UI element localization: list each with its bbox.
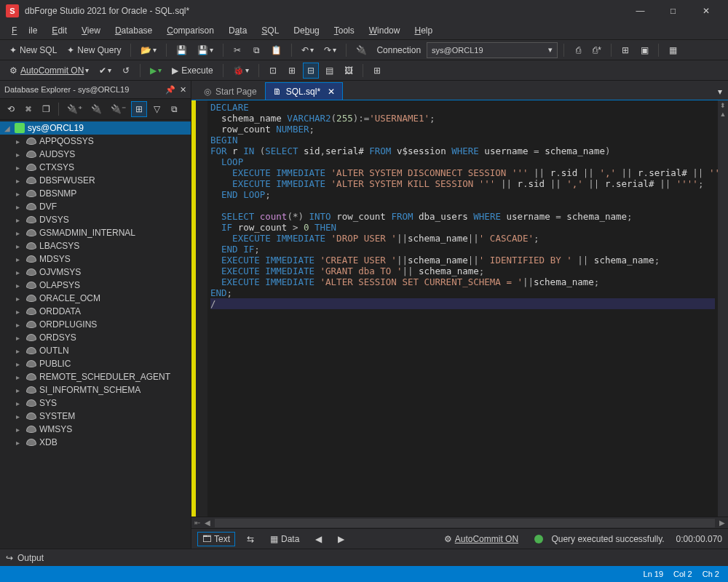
- tree-node[interactable]: ▸SYSTEM: [0, 410, 191, 423]
- menu-comparison[interactable]: Comparison: [161, 23, 220, 38]
- menu-sql[interactable]: SQL: [256, 23, 285, 38]
- commit-button[interactable]: ✔▾: [95, 63, 115, 79]
- tree-node[interactable]: ▸ORDSYS: [0, 331, 191, 344]
- save-button[interactable]: 💾: [173, 42, 191, 58]
- menu-help[interactable]: Help: [408, 23, 438, 38]
- tree-node[interactable]: ▸LBACSYS: [0, 239, 191, 252]
- tree-node[interactable]: ▸DBSFWUSER: [0, 174, 191, 187]
- tree-node[interactable]: ▸ORACLE_OCM: [0, 292, 191, 305]
- execute-button[interactable]: ▶▾: [146, 63, 165, 79]
- filter-icon[interactable]: ▽: [149, 101, 165, 117]
- open-button[interactable]: 📂▾: [137, 42, 160, 58]
- plug-icon[interactable]: 🔌: [87, 101, 106, 117]
- tree-node[interactable]: ▸OLAPSYS: [0, 279, 191, 292]
- scroll-left-icon[interactable]: ◀: [205, 519, 210, 527]
- new-query-button[interactable]: ✦ New Query: [63, 42, 124, 58]
- delete-icon[interactable]: ✖: [20, 101, 36, 117]
- scroll-up-icon[interactable]: ▲: [720, 111, 727, 118]
- paste-button[interactable]: 📋: [267, 42, 285, 58]
- output-tab[interactable]: ↪ Output: [0, 549, 728, 566]
- tab-sql[interactable]: 🗎 SQL.sql*✕: [265, 82, 343, 100]
- tab-close-icon[interactable]: ✕: [328, 87, 335, 97]
- plug-remove-icon[interactable]: 🔌⁻: [107, 101, 130, 117]
- maximize-button[interactable]: □: [657, 0, 689, 22]
- tree-node[interactable]: ▸OUTLN: [0, 344, 191, 357]
- tree-root[interactable]: ◢ sys@ORCL19: [0, 121, 191, 135]
- tree-node[interactable]: ▸PUBLIC: [0, 357, 191, 370]
- tree-node[interactable]: ▸WMSYS: [0, 423, 191, 436]
- tree-node[interactable]: ▸DVF: [0, 200, 191, 213]
- undo-button[interactable]: ↶▾: [298, 42, 317, 58]
- execute-label-button[interactable]: ▶ Execute: [168, 63, 216, 79]
- tb2-icon-1[interactable]: ⊡: [265, 63, 281, 79]
- menu-window[interactable]: Window: [363, 23, 406, 38]
- scroll-right-icon[interactable]: ▶: [719, 519, 725, 527]
- tab-start-page[interactable]: ◎ Start Page: [196, 82, 265, 100]
- tb2-icon-2[interactable]: ⊞: [284, 63, 300, 79]
- tb2-icon-6[interactable]: ⊞: [369, 63, 385, 79]
- tree-node[interactable]: ▸AUDSYS: [0, 148, 191, 161]
- result-next-icon[interactable]: ▶: [333, 533, 349, 546]
- tree-node[interactable]: ▸REMOTE_SCHEDULER_AGENT: [0, 370, 191, 383]
- tree-node[interactable]: ▸DVSYS: [0, 213, 191, 226]
- result-autocommit[interactable]: ⚙ AutoCommit ON: [440, 533, 523, 546]
- tree-node[interactable]: ▸XDB: [0, 436, 191, 449]
- connection-dropdown[interactable]: sys@ORCL19▾: [427, 42, 558, 58]
- tree-node[interactable]: ▸MDSYS: [0, 252, 191, 266]
- menu-edit[interactable]: Edit: [46, 23, 73, 38]
- tb-icon-3[interactable]: ⊞: [617, 42, 633, 58]
- copy-button[interactable]: ⧉: [248, 42, 264, 58]
- tb-icon-2[interactable]: ⎙*: [589, 42, 605, 58]
- split-up-icon[interactable]: ⬍: [720, 102, 726, 109]
- rollback-button[interactable]: ↺: [118, 63, 134, 79]
- tree-node[interactable]: ▸DBSNMP: [0, 187, 191, 200]
- plug-add-icon[interactable]: 🔌⁺: [63, 101, 86, 117]
- tree-node[interactable]: ▸SI_INFORMTN_SCHEMA: [0, 383, 191, 396]
- tb-icon-5[interactable]: ▦: [665, 42, 681, 58]
- tree-node[interactable]: ▸ORDPLUGINS: [0, 318, 191, 331]
- menu-data[interactable]: Data: [223, 23, 253, 38]
- explorer-tree[interactable]: ◢ sys@ORCL19 ▸APPQOSSYS▸AUDSYS▸CTXSYS▸DB…: [0, 120, 191, 549]
- debug-button[interactable]: 🐞▾: [229, 63, 253, 79]
- tree-node[interactable]: ▸ORDDATA: [0, 305, 191, 318]
- tb2-icon-4[interactable]: ▤: [322, 63, 338, 79]
- tree-node[interactable]: ▸CTXSYS: [0, 161, 191, 174]
- tree-node[interactable]: ▸GSMADMIN_INTERNAL: [0, 226, 191, 239]
- result-swap-icon[interactable]: ⇆: [242, 533, 258, 546]
- panel-close-icon[interactable]: ✕: [180, 85, 186, 95]
- result-prev-icon[interactable]: ◀: [311, 533, 326, 546]
- tabs-menu-icon[interactable]: ▾: [712, 84, 728, 100]
- code-area[interactable]: DECLARE schema_name VARCHAR2(255):='USER…: [207, 100, 718, 517]
- tb-icon-1[interactable]: ⎙: [570, 42, 586, 58]
- cut-button[interactable]: ✂: [229, 42, 245, 58]
- horizontal-scrollbar[interactable]: ⇤ ◀ ▶: [191, 517, 728, 528]
- tb-icon-4[interactable]: ▣: [636, 42, 652, 58]
- close-button[interactable]: ✕: [689, 0, 722, 22]
- menu-view[interactable]: View: [76, 23, 106, 38]
- grid-icon[interactable]: ⊞: [131, 101, 147, 117]
- tree-node[interactable]: ▸SYS: [0, 396, 191, 410]
- tree-node[interactable]: ▸APPQOSSYS: [0, 135, 191, 148]
- connection-icon[interactable]: 🔌: [352, 42, 371, 58]
- copy-icon[interactable]: ⧉: [166, 101, 182, 117]
- minimize-button[interactable]: ―: [624, 0, 657, 22]
- menu-file[interactable]: File: [6, 23, 43, 38]
- redo-button[interactable]: ↷▾: [320, 42, 340, 58]
- vertical-scrollbar[interactable]: ⬍ ▲: [718, 100, 728, 517]
- refresh-icon[interactable]: ⟲: [3, 101, 19, 117]
- menu-database[interactable]: Database: [109, 23, 158, 38]
- autocommit-button[interactable]: ⚙ AutoCommit ON▾: [6, 63, 92, 79]
- hsplit-icon[interactable]: ⇤: [194, 519, 200, 527]
- tree-node[interactable]: ▸OJVMSYS: [0, 266, 191, 279]
- tb2-icon-5[interactable]: 🖼: [341, 63, 357, 79]
- menu-tools[interactable]: Tools: [328, 23, 360, 38]
- new-sql-button[interactable]: ✦ New SQL: [6, 42, 60, 58]
- result-data-tab[interactable]: ▦ Data: [266, 533, 304, 546]
- tb2-icon-3[interactable]: ⊟: [303, 63, 319, 79]
- save-all-button[interactable]: 💾▾: [194, 42, 217, 58]
- result-text-tab[interactable]: 🗔 Text: [197, 532, 235, 546]
- pin-icon[interactable]: 📌: [165, 85, 175, 95]
- code-editor[interactable]: DECLARE schema_name VARCHAR2(255):='USER…: [191, 100, 728, 517]
- window-icon[interactable]: ❐: [38, 101, 54, 117]
- menu-debug[interactable]: Debug: [288, 23, 325, 38]
